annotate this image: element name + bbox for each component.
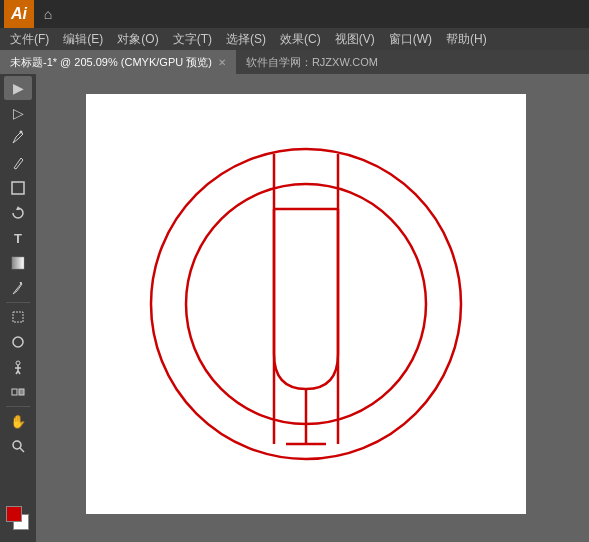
menu-help[interactable]: 帮助(H) — [440, 29, 493, 50]
main-area: ▶ ▷ T — [0, 74, 589, 542]
hand-tool[interactable]: ✋ — [4, 409, 32, 433]
gradient-tool[interactable] — [4, 251, 32, 275]
svg-rect-12 — [12, 389, 17, 395]
menu-effect[interactable]: 效果(C) — [274, 29, 327, 50]
tab-close-button[interactable]: ✕ — [218, 57, 226, 68]
svg-rect-3 — [12, 257, 24, 269]
menu-object[interactable]: 对象(O) — [111, 29, 164, 50]
rotate-tool[interactable] — [4, 201, 32, 225]
puppet-warp-tool[interactable] — [4, 355, 32, 379]
selection-tool[interactable]: ▶ — [4, 76, 32, 100]
svg-rect-13 — [19, 389, 24, 395]
svg-point-6 — [13, 337, 23, 347]
svg-point-4 — [20, 282, 22, 284]
zoom-tool[interactable] — [4, 434, 32, 458]
home-button[interactable]: ⌂ — [34, 0, 62, 28]
svg-line-15 — [20, 448, 24, 452]
svg-rect-5 — [13, 312, 23, 322]
color-boxes[interactable] — [4, 504, 32, 536]
svg-rect-1 — [12, 182, 24, 194]
eyedropper-tool[interactable] — [4, 276, 32, 300]
blob-brush-tool[interactable] — [4, 330, 32, 354]
tab-inactive[interactable]: 软件自学网：RJZXW.COM — [236, 50, 388, 74]
pencil-tool[interactable] — [4, 151, 32, 175]
svg-point-0 — [20, 131, 23, 134]
menu-type[interactable]: 文字(T) — [167, 29, 218, 50]
toolbar: ▶ ▷ T — [0, 74, 36, 542]
menu-file[interactable]: 文件(F) — [4, 29, 55, 50]
menu-window[interactable]: 窗口(W) — [383, 29, 438, 50]
canvas-area[interactable] — [36, 74, 589, 542]
foreground-color-box[interactable] — [6, 506, 22, 522]
direct-selection-tool[interactable]: ▷ — [4, 101, 32, 125]
drawing-canvas — [86, 94, 526, 514]
svg-point-7 — [16, 361, 20, 365]
svg-point-14 — [13, 441, 21, 449]
menu-edit[interactable]: 编辑(E) — [57, 29, 109, 50]
menu-view[interactable]: 视图(V) — [329, 29, 381, 50]
menu-select[interactable]: 选择(S) — [220, 29, 272, 50]
type-tool[interactable]: T — [4, 226, 32, 250]
tab-active-label: 未标题-1* @ 205.09% (CMYK/GPU 预览) — [10, 55, 212, 70]
svg-line-11 — [18, 371, 20, 374]
tab-inactive-label: 软件自学网：RJZXW.COM — [246, 55, 378, 70]
pen-tool[interactable] — [4, 126, 32, 150]
title-bar: Ai ⌂ — [0, 0, 589, 28]
menu-bar: 文件(F) 编辑(E) 对象(O) 文字(T) 选择(S) 效果(C) 视图(V… — [0, 28, 589, 50]
tab-bar: 未标题-1* @ 205.09% (CMYK/GPU 预览) ✕ 软件自学网：R… — [0, 50, 589, 74]
rectangle-tool[interactable] — [4, 176, 32, 200]
artboard-tool[interactable] — [4, 305, 32, 329]
blend-tool[interactable] — [4, 380, 32, 404]
tab-active[interactable]: 未标题-1* @ 205.09% (CMYK/GPU 预览) ✕ — [0, 50, 236, 74]
ai-logo: Ai — [4, 0, 34, 28]
